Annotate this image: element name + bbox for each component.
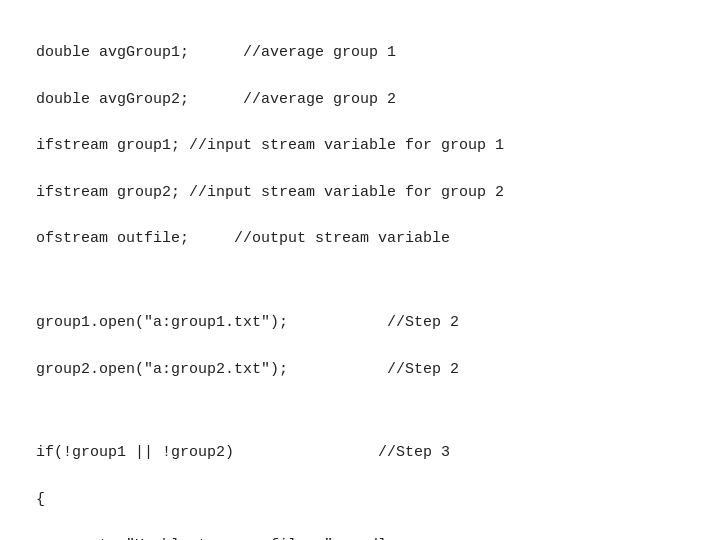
separator-1: [36, 274, 700, 288]
code-line-4: ifstream group2; //input stream variable…: [36, 181, 700, 204]
code-line-9: {: [36, 488, 700, 511]
code-line-5: ofstream outfile; //output stream variab…: [36, 227, 700, 250]
code-line-3: ifstream group1; //input stream variable…: [36, 134, 700, 157]
code-line-1: double avgGroup1; //average group 1: [36, 41, 700, 64]
code-line-2: double avgGroup2; //average group 2: [36, 88, 700, 111]
code-line-6: group1.open("a:group1.txt"); //Step 2: [36, 311, 700, 334]
code-line-8: if(!group1 || !group2) //Step 3: [36, 441, 700, 464]
code-line-10: cout<<"Unable to open files."<<endl;: [36, 534, 700, 540]
code-container: double avgGroup1; //average group 1 doub…: [0, 0, 720, 540]
separator-2: [36, 404, 700, 418]
code-line-7: group2.open("a:group2.txt"); //Step 2: [36, 358, 700, 381]
